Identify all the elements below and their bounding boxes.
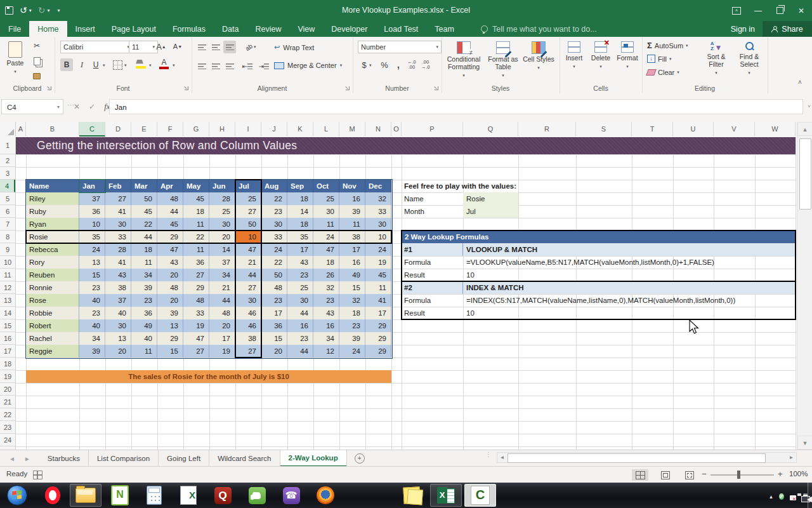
cell-H8[interactable]: 20 xyxy=(209,231,235,243)
increase-indent-icon[interactable]: ⇥ xyxy=(258,60,270,72)
cell-G17[interactable]: 27 xyxy=(183,345,209,358)
cell-H12[interactable]: 21 xyxy=(209,281,235,294)
cell-D5[interactable]: 27 xyxy=(105,192,131,205)
cell-E14[interactable]: 36 xyxy=(131,307,157,319)
cell-N12[interactable]: 11 xyxy=(365,281,391,294)
row-header-10[interactable]: 10 xyxy=(0,256,15,269)
cell-G4[interactable]: May xyxy=(183,180,209,192)
cell-P10[interactable]: Formula xyxy=(402,256,463,269)
column-header-O[interactable]: O xyxy=(391,122,402,137)
row-header-3[interactable]: 3 xyxy=(0,167,15,180)
menu-tab-home[interactable]: Home xyxy=(29,21,67,37)
cancel-entry-icon[interactable]: ✕ xyxy=(74,102,80,111)
menu-tab-load-test[interactable]: Load Test xyxy=(376,21,426,37)
quickbooks-icon[interactable]: Q xyxy=(207,484,239,507)
cell-D13[interactable]: 37 xyxy=(105,294,131,307)
cell-G9[interactable]: 11 xyxy=(183,243,209,256)
row-header-1[interactable]: 1 xyxy=(0,137,15,154)
ribbon-display-options-icon[interactable]: ˄ xyxy=(726,0,747,21)
format-painter-icon[interactable] xyxy=(30,70,43,83)
cell-H10[interactable]: 37 xyxy=(209,256,235,269)
restore-icon[interactable] xyxy=(769,0,790,21)
menu-tab-view[interactable]: View xyxy=(289,21,323,37)
cell-L4[interactable]: Oct xyxy=(313,180,339,192)
number-dialog-launcher-icon[interactable] xyxy=(434,86,440,91)
increase-font-icon[interactable]: A▲ xyxy=(155,40,167,53)
cell-P4[interactable]: Feel free to play with the values: xyxy=(402,180,463,192)
cell-J11[interactable]: 50 xyxy=(261,269,287,281)
cell-K11[interactable]: 23 xyxy=(287,269,313,281)
cell-N5[interactable]: 32 xyxy=(365,192,391,205)
cell-B4[interactable]: Name xyxy=(26,180,79,192)
column-header-D[interactable]: D xyxy=(105,122,131,137)
row-header-19[interactable]: 19 xyxy=(0,370,15,383)
format-cells-button[interactable]: Format ▾ xyxy=(614,38,641,70)
cell-N9[interactable]: 24 xyxy=(365,243,391,256)
cell-D11[interactable]: 43 xyxy=(105,269,131,281)
cell-E6[interactable]: 45 xyxy=(131,205,157,218)
conditional-formatting-button[interactable]: ≠ Conditional Formatting ▾ xyxy=(444,38,483,79)
cell-I17[interactable]: 27 xyxy=(235,345,261,358)
sheet-nav-right-icon[interactable]: ► xyxy=(24,455,30,462)
cell-F15[interactable]: 13 xyxy=(157,319,183,332)
page-layout-view-icon[interactable] xyxy=(657,469,674,481)
cell-M13[interactable]: 32 xyxy=(339,294,365,307)
cell-Q6[interactable]: Jul xyxy=(463,205,518,218)
evernote-icon[interactable] xyxy=(241,484,273,507)
sheet-tab-2-way-lookup[interactable]: 2-Way Lookup xyxy=(280,450,347,467)
wrap-text-button[interactable]: ↩ Wrap Text xyxy=(274,43,314,51)
cell-E5[interactable]: 50 xyxy=(131,192,157,205)
cell-E4[interactable]: Mar xyxy=(131,180,157,192)
cell-K13[interactable]: 30 xyxy=(287,294,313,307)
cell-D12[interactable]: 38 xyxy=(105,281,131,294)
cell-L5[interactable]: 25 xyxy=(313,192,339,205)
row-header-7[interactable]: 7 xyxy=(0,218,15,231)
cell-K16[interactable]: 23 xyxy=(287,332,313,345)
cell-I6[interactable]: 27 xyxy=(235,205,261,218)
zoom-out-icon[interactable]: − xyxy=(702,469,707,479)
cell-D14[interactable]: 40 xyxy=(105,307,131,319)
cell-B5[interactable]: Riley xyxy=(26,192,79,205)
cell-Q13[interactable]: =INDEX(C5:N17,MATCH(valueName,listName,0… xyxy=(463,294,518,307)
cell-E8[interactable]: 44 xyxy=(131,231,157,243)
column-header-L[interactable]: L xyxy=(313,122,339,137)
column-header-A[interactable]: A xyxy=(16,122,26,137)
cell-N11[interactable]: 45 xyxy=(365,269,391,281)
cell-H15[interactable]: 20 xyxy=(209,319,235,332)
cell-P5[interactable]: Name xyxy=(402,192,463,205)
cell-L16[interactable]: 34 xyxy=(313,332,339,345)
row-header-4[interactable]: 4 xyxy=(0,180,15,192)
cell-J6[interactable]: 23 xyxy=(261,205,287,218)
row-header-5[interactable]: 5 xyxy=(0,192,15,205)
column-header-U[interactable]: U xyxy=(673,122,714,137)
cell-F6[interactable]: 44 xyxy=(157,205,183,218)
lookup-panel-title[interactable]: 2 Way Lookup Formulas xyxy=(402,231,796,243)
row-header-14[interactable]: 14 xyxy=(0,307,15,319)
cell-B13[interactable]: Rose xyxy=(26,294,79,307)
vertical-scrollbar[interactable]: ▲ ▼ xyxy=(797,122,812,450)
scroll-right-icon[interactable]: ► xyxy=(787,453,796,462)
vertical-scroll-thumb[interactable] xyxy=(799,138,811,210)
number-format-combo[interactable]: Number▾ xyxy=(358,41,442,53)
cell-Q11[interactable]: 10 xyxy=(463,269,518,281)
cell-Q5[interactable]: Rosie xyxy=(463,192,518,205)
minimize-icon[interactable]: — xyxy=(747,0,769,21)
sticky-notes-icon[interactable] xyxy=(396,484,428,507)
sheet-grid[interactable]: 123456789101112131415161718192021222324 … xyxy=(0,137,812,450)
cell-B7[interactable]: Ryan xyxy=(26,218,79,231)
menu-tab-page-layout[interactable]: Page Layout xyxy=(103,21,164,37)
cell-N16[interactable]: 29 xyxy=(365,332,391,345)
cell-K6[interactable]: 14 xyxy=(287,205,313,218)
column-header-V[interactable]: V xyxy=(714,122,755,137)
column-header-J[interactable]: J xyxy=(261,122,287,137)
paste-button[interactable]: Paste ▾ xyxy=(3,38,28,76)
cell-G11[interactable]: 27 xyxy=(183,269,209,281)
cell-B10[interactable]: Rory xyxy=(26,256,79,269)
cell-I15[interactable]: 46 xyxy=(235,319,261,332)
cell-F10[interactable]: 43 xyxy=(157,256,183,269)
cell-M11[interactable]: 49 xyxy=(339,269,365,281)
row-header-9[interactable]: 9 xyxy=(0,243,15,256)
menu-tab-developer[interactable]: Developer xyxy=(323,21,376,37)
cell-E12[interactable]: 39 xyxy=(131,281,157,294)
cell-C9[interactable]: 24 xyxy=(79,243,105,256)
